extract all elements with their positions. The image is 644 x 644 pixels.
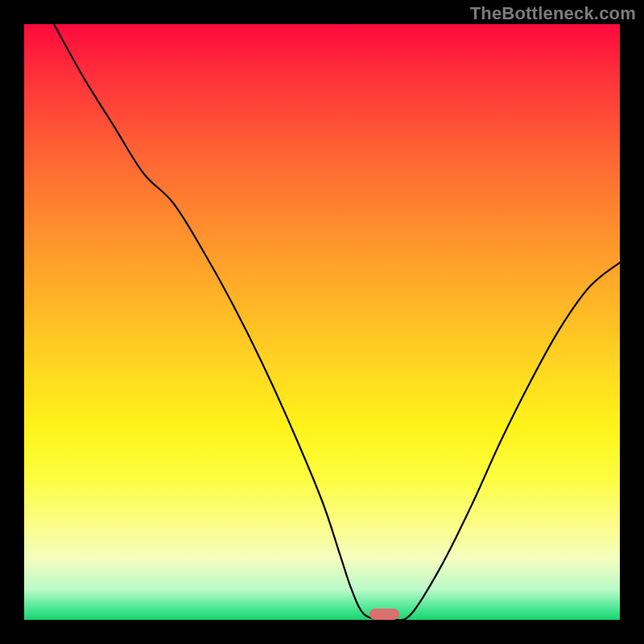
watermark-text: TheBottleneck.com — [470, 3, 636, 24]
plot-area — [24, 24, 620, 620]
curve-svg — [24, 24, 620, 620]
bottleneck-curve — [54, 24, 620, 620]
chart-frame: TheBottleneck.com — [0, 0, 644, 644]
optimal-marker — [369, 609, 399, 620]
